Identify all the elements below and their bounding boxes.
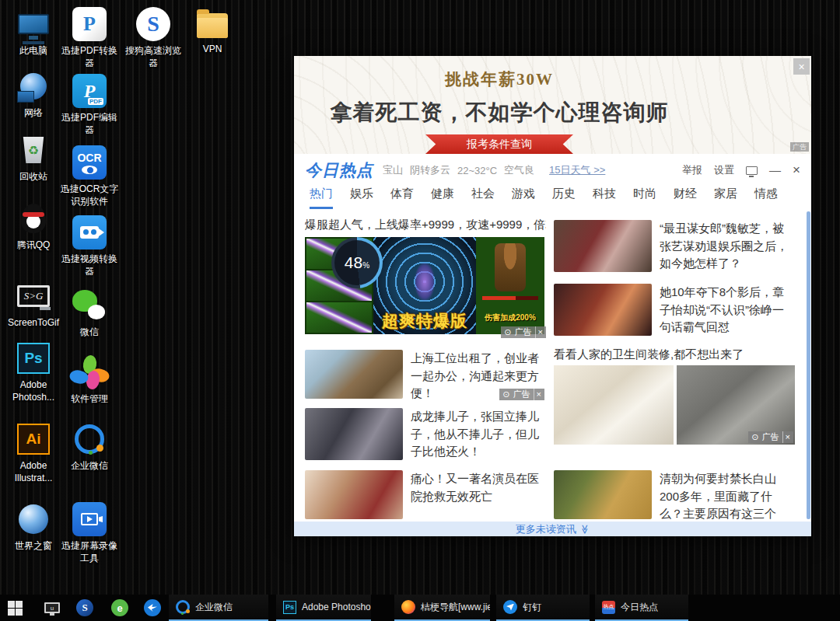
ad-tag-label: 广告 xyxy=(515,326,532,338)
weather-condition: 阴转多云 xyxy=(410,163,450,177)
bathroom-images[interactable]: ⊙广告× xyxy=(554,365,795,445)
report-button[interactable]: 举报 xyxy=(682,163,702,177)
windows-logo-icon xyxy=(8,601,23,616)
tab-health[interactable]: 健康 xyxy=(431,187,454,207)
desktop-icon-software-manager[interactable]: 软件管理 xyxy=(59,354,120,406)
news-item-xu-zheng[interactable]: 她10年夺下8个影后，章子怡却说“不认识”徐峥一句话霸气回怼 xyxy=(554,284,795,337)
tab-finance[interactable]: 财经 xyxy=(674,187,697,207)
desktop-icon-vpn[interactable]: VPN xyxy=(182,5,243,56)
desktop-icon-screentogif[interactable]: S>G ScreenToGif xyxy=(0,278,67,330)
task-button-hotspot[interactable]: 热点 今日热点 xyxy=(595,595,688,621)
icon-label: 企业微信 xyxy=(71,460,108,473)
tab-emotion[interactable]: 情感 xyxy=(754,187,778,207)
progress-value: 48 xyxy=(345,253,362,272)
illustrator-icon: Ai xyxy=(16,421,51,457)
tab-entertainment[interactable]: 娱乐 xyxy=(350,187,373,207)
minimize-button[interactable]: — xyxy=(769,166,781,174)
news-thumbnail-office xyxy=(305,350,403,399)
weather-forecast-link[interactable]: 15日天气 >> xyxy=(549,163,605,177)
news-item-wei-minzhi[interactable]: “最丑谋女郎”魏敏芝，被张艺谋劝退娱乐圈之后，如今她怎样了？ xyxy=(554,220,795,273)
taskbar-task-view[interactable]: u xyxy=(41,595,63,621)
icon-label: 腾讯QQ xyxy=(17,239,51,252)
news-title: 清朝为何要封禁长白山200多年，里面藏了什么？主要原因有这三个 xyxy=(660,470,795,522)
photoshop-icon: Ps xyxy=(283,601,296,614)
task-label: 企业微信 xyxy=(195,601,233,614)
desktop-icon-illustrator[interactable]: Ai Adobe Illustrat... xyxy=(3,421,64,484)
desktop-icon-recycle-bin[interactable]: ♻ 回收站 xyxy=(3,132,64,183)
category-tabs: 热门 娱乐 体育 健康 社会 游戏 历史 科技 时尚 财经 家居 情感 xyxy=(294,187,811,211)
taskbar-browser-e[interactable]: e xyxy=(109,595,131,621)
news-item-jackie-chan[interactable]: 成龙捧儿子，张国立捧儿子，他从不捧儿子，但儿子比他还火！ xyxy=(305,408,546,461)
taskbar-sogou[interactable]: S xyxy=(74,595,96,621)
task-label: Adobe Photosho... xyxy=(302,602,371,612)
game-ad-image[interactable]: 超爽特爆版 伤害加成200% 48% xyxy=(305,237,544,334)
desktop-icon-pdf-converter[interactable]: P 迅捷PDF转换器 xyxy=(59,6,120,69)
weather-air-quality: 空气良 xyxy=(504,163,534,177)
ad-dismiss-icon[interactable]: × xyxy=(782,431,790,443)
news-item-changbai-mountain[interactable]: 清朝为何要封禁长白山200多年，里面藏了什么？主要原因有这三个 xyxy=(554,470,795,522)
icon-label: 搜狗高速浏览器 xyxy=(123,45,184,69)
taskbar: u S e 企业微信 Ps Adobe Photosho... 桔梗导航[www… xyxy=(0,595,840,621)
news-thumbnail-ginseng xyxy=(554,470,652,519)
tab-games[interactable]: 游戏 xyxy=(512,187,535,207)
tab-tech[interactable]: 科技 xyxy=(593,187,616,207)
desktop-icon-wecom[interactable]: 企业微信 xyxy=(59,421,120,473)
network-icon xyxy=(16,68,51,104)
ad-tag-game: ⊙广告× xyxy=(501,326,546,338)
bird-icon xyxy=(144,599,161,616)
dingtalk-icon xyxy=(503,600,517,614)
photoshop-icon: Ps xyxy=(16,340,51,376)
desktop-icon-pdf-editor[interactable]: PPDF 迅捷PDF编辑器 xyxy=(59,73,120,136)
window-close-button[interactable]: × xyxy=(793,162,800,178)
taskbar-bird-app[interactable] xyxy=(142,595,163,621)
ad-cta-button[interactable]: 报考条件查询 xyxy=(425,134,573,154)
tab-home[interactable]: 家居 xyxy=(714,187,737,207)
start-button[interactable] xyxy=(5,595,25,621)
close-icon: × xyxy=(798,61,804,73)
desktop-icon-world-window[interactable]: 世界之窗 xyxy=(3,501,64,553)
ad-dismiss-icon[interactable]: × xyxy=(535,326,543,338)
tab-fashion[interactable]: 时尚 xyxy=(633,187,656,207)
video-converter-icon xyxy=(72,215,107,250)
scrollbar-thumb[interactable] xyxy=(807,211,810,519)
desktop-icon-screen-recorder[interactable]: 迅捷屏幕录像工具 xyxy=(59,501,120,564)
desktop-mode-icon[interactable] xyxy=(746,166,758,175)
sogou-icon: S xyxy=(76,599,93,616)
ad-main-text: 拿着死工资，不如学个心理咨询师 xyxy=(294,98,705,127)
news-item-actor-death[interactable]: 痛心！又一著名演员在医院抢救无效死亡 xyxy=(305,470,546,519)
desktop-icon-network[interactable]: 网络 xyxy=(3,68,64,120)
desktop-icon-ocr[interactable]: OCR 迅捷OCR文字识别软件 xyxy=(59,145,120,208)
tab-history[interactable]: 历史 xyxy=(552,187,576,207)
ad-banner[interactable]: 挑战年薪30W 拿着死工资，不如学个心理咨询师 报考条件查询 × 广告 xyxy=(294,56,811,154)
news-item-office[interactable]: 上海工位出租了，创业者一起办公，沟通起来更方便！ ⊙广告× xyxy=(305,350,546,403)
eye-icon: ⊙ xyxy=(751,431,758,443)
desktop-icon-video-converter[interactable]: 迅捷视频转换器 xyxy=(59,215,120,277)
task-button-firefox[interactable]: 桔梗导航[www.jieg... xyxy=(394,595,490,621)
load-more-label: 更多未读资讯 xyxy=(516,522,576,536)
task-label: 今日热点 xyxy=(621,601,658,614)
ad-close-button[interactable]: × xyxy=(793,58,810,75)
news-column-left: 爆服超人气，上线爆率+9999，攻速+9999，倍攻... 超爽特爆版 伤害加成… xyxy=(305,211,546,522)
news-title-bathroom[interactable]: 看看人家的卫生间装修,都不想出来了 xyxy=(554,347,795,362)
load-more-bar[interactable]: 更多未读资讯 ≫ xyxy=(294,522,811,536)
desktop-icon-photoshop[interactable]: Ps Adobe Photosh... xyxy=(3,340,64,403)
ad-dismiss-icon[interactable]: × xyxy=(534,389,541,400)
news-title-game-ad[interactable]: 爆服超人气，上线爆率+9999，攻速+9999，倍攻... xyxy=(305,218,546,232)
desktop-icon-sogou-browser[interactable]: S 搜狗高速浏览器 xyxy=(123,6,184,69)
task-button-photoshop[interactable]: Ps Adobe Photosho... xyxy=(276,595,371,621)
news-title: 成龙捧儿子，张国立捧儿子，他从不捧儿子，但儿子比他还火！ xyxy=(411,408,546,461)
ad-headline: 挑战年薪30W xyxy=(294,68,705,90)
tab-society[interactable]: 社会 xyxy=(471,187,495,207)
settings-button[interactable]: 设置 xyxy=(714,163,734,177)
progress-unit: % xyxy=(362,261,369,270)
tab-hot[interactable]: 热门 xyxy=(310,187,333,209)
hotspot-icon: 热点 xyxy=(602,601,615,614)
game-ad-character-panel: 伤害加成200% xyxy=(476,237,544,334)
desktop-icon-qq[interactable]: 腾讯QQ xyxy=(3,201,64,252)
task-button-dingtalk[interactable]: 钉钉 xyxy=(496,595,590,621)
desktop-icon-wechat[interactable]: 微信 xyxy=(59,288,120,339)
task-button-wecom[interactable]: 企业微信 xyxy=(169,595,268,621)
tab-sports[interactable]: 体育 xyxy=(390,187,414,207)
desktop-icon-this-pc[interactable]: 此电脑 xyxy=(3,6,64,58)
desktop: 此电脑 网络 ♻ 回收站 腾讯QQ S>G ScreenToGif Ps Ado… xyxy=(0,0,840,621)
